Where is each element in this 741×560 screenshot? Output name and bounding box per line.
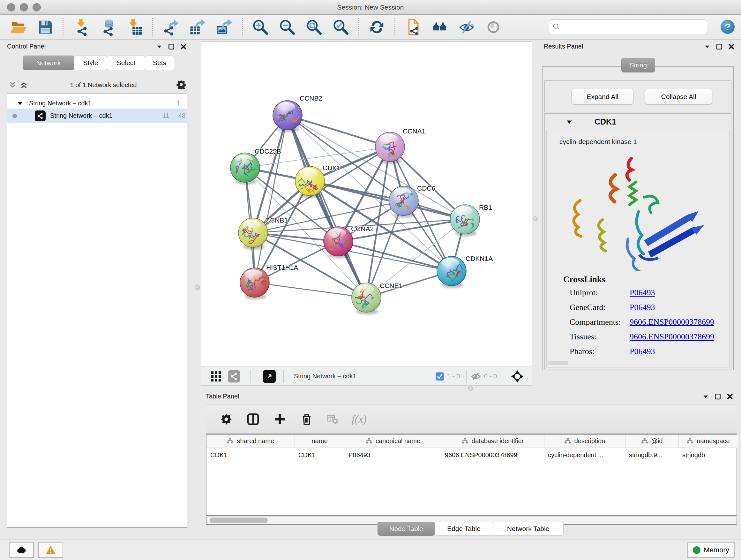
table-cell[interactable]: 9606.ENSP00000378699 [441,448,544,462]
tab-sets[interactable]: Sets [145,56,174,70]
network-row-selected[interactable]: String Network – cdk1 11 48 [7,109,187,123]
table-row[interactable]: CDK1CDK1P064939606.ENSP00000378699cyclin… [206,448,738,462]
network-node-CCNE1[interactable]: CCNE1 [352,282,402,314]
search-input[interactable] [563,23,704,30]
table-cell[interactable]: cyclin-dependent ... [544,448,625,462]
network-options-gear-icon[interactable] [176,79,186,91]
export-network-icon[interactable] [161,18,180,37]
share-file-icon[interactable] [404,18,422,37]
close-panel-icon[interactable] [180,43,187,50]
column-header[interactable]: @id [625,435,678,448]
save-session-icon[interactable] [36,18,54,37]
network-edge[interactable] [255,115,287,283]
collapse-section-icon[interactable] [566,118,573,125]
float-panel-icon[interactable] [716,43,723,50]
network-node-CDC6[interactable]: CDC6 [389,185,435,218]
help-icon[interactable]: ? [721,20,735,34]
vertical-splitter-grip[interactable] [195,285,200,290]
selected-checkbox-icon[interactable] [435,367,444,385]
add-column-icon[interactable] [273,413,286,426]
export-table-icon[interactable] [188,18,207,37]
column-header[interactable]: description [544,435,625,448]
show-columns-icon[interactable] [246,413,260,426]
import-network-from-database-icon[interactable] [98,18,117,37]
network-view-canvas[interactable]: CCNB2 CCNA1 CDC25B CDK1 CDC6 RB1 CCNB1 [201,42,532,367]
table-options-gear-icon[interactable] [219,413,233,426]
table-cell[interactable]: stringdb:9... [625,448,678,462]
network-edge[interactable] [287,115,366,298]
float-panel-icon[interactable] [168,43,175,50]
collapse-all-networks-icon[interactable] [19,80,29,90]
scrollbar-thumb[interactable] [210,517,268,523]
crosslink-link[interactable]: P06493 [630,347,655,356]
results-scrollbar-thumb[interactable] [548,361,568,365]
table-cell[interactable]: CDK1 [294,448,345,462]
homes-icon[interactable] [430,18,449,37]
fit-content-icon[interactable] [510,367,524,385]
close-panel-icon[interactable] [726,393,733,400]
crosslink-link[interactable]: 9606.ENSP00000378699 [630,317,714,327]
column-header[interactable]: namespace [678,435,738,448]
tab-select[interactable]: Select [107,56,145,70]
network-node-CDKN1A[interactable]: CDKN1A [437,255,493,288]
import-table-icon[interactable] [125,18,144,37]
open-view-in-window-icon[interactable] [263,367,276,385]
network-node-CDK1[interactable]: CDK1 [295,164,340,198]
tab-style[interactable]: Style [74,56,107,70]
table-cell[interactable]: CDK1 [206,448,294,462]
tab-node-table[interactable]: Node Table [378,522,435,536]
zoom-fit-icon[interactable] [305,18,323,37]
crosslink-link[interactable]: P06493 [630,288,655,298]
export-image-icon[interactable] [215,18,233,37]
network-node-CCNA2[interactable]: CCNA2 [324,225,374,258]
panel-menu-icon[interactable] [704,43,711,50]
warning-icon[interactable] [38,543,63,558]
zoom-out-icon[interactable] [278,18,296,37]
table-cell[interactable]: stringdb [678,448,738,462]
column-header[interactable]: canonical name [345,435,441,448]
zoom-in-icon[interactable] [251,18,270,37]
vertical-splitter-grip[interactable] [533,216,538,221]
node-table[interactable]: shared namenamecanonical namedatabase id… [206,434,737,516]
string-view-icon[interactable] [228,367,240,385]
collapse-all-button[interactable]: Collapse All [645,89,712,105]
collapse-tree-icon[interactable] [17,100,23,107]
panel-menu-icon[interactable] [156,43,163,50]
column-header[interactable]: shared name [206,435,294,448]
network-node-CCNB2[interactable]: CCNB2 [273,95,322,132]
import-network-icon[interactable] [72,18,90,37]
birdseye-view-icon[interactable] [210,367,222,385]
network-edge[interactable] [255,283,366,298]
memory-button[interactable]: Memory [687,543,735,558]
expand-all-button[interactable]: Expand All [571,89,633,105]
gene-section-header[interactable]: CDK1 [545,114,731,129]
network-node-RB1[interactable]: RB1 [450,204,492,236]
delete-column-icon[interactable] [300,413,313,426]
crosslink-link[interactable]: 9606.ENSP00000378699 [630,332,714,341]
network-edge[interactable] [310,181,465,219]
column-header[interactable]: name [294,435,345,448]
expand-all-networks-icon[interactable] [8,80,17,90]
update-icon[interactable] [367,18,386,37]
hide-selected-icon[interactable] [457,18,476,37]
tab-edge-table[interactable]: Edge Table [434,522,493,536]
panel-menu-icon[interactable] [702,393,709,400]
crosslink-link[interactable]: P06493 [630,303,655,312]
open-session-icon[interactable] [9,18,27,37]
network-node-CCNA1[interactable]: CCNA1 [375,127,425,165]
zoom-selected-icon[interactable] [332,18,350,37]
network-node-HIST1H1A[interactable]: HIST1H1A [240,264,298,300]
column-header[interactable]: database identifier [441,435,544,448]
cloud-icon[interactable] [9,543,34,558]
tab-network-table[interactable]: Network Table [493,522,563,536]
table-cell[interactable]: P06493 [345,448,441,462]
tab-network[interactable]: Network [23,56,74,70]
graphics-details-icon[interactable] [484,18,502,37]
search-box[interactable] [549,19,707,34]
horizontal-splitter-grip[interactable] [468,386,473,391]
network-node-CCNB1[interactable]: CCNB1 [239,216,288,250]
network-edge[interactable] [287,115,390,147]
float-panel-icon[interactable] [714,393,721,400]
tab-string-results[interactable]: String [621,58,655,72]
close-panel-icon[interactable] [728,43,735,50]
